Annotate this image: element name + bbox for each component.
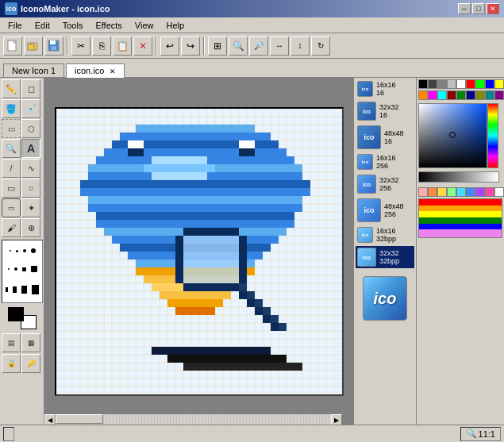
brush-size-5[interactable]	[8, 268, 10, 270]
menu-help[interactable]: Help	[161, 20, 189, 31]
color-gradient-container[interactable]	[418, 103, 486, 167]
brush-size-9[interactable]	[6, 287, 8, 292]
color-purple[interactable]	[494, 90, 504, 100]
hue-bar[interactable]	[487, 103, 498, 168]
new-button[interactable]	[3, 37, 22, 56]
brush-size-6[interactable]	[14, 267, 17, 271]
color-dgray[interactable]	[428, 79, 437, 89]
pixel-canvas[interactable]	[55, 107, 344, 396]
magnify-tool[interactable]: 🔍	[2, 139, 21, 158]
size-row-4[interactable]: ico 32x32256	[356, 173, 414, 195]
swatch-2[interactable]	[428, 187, 437, 197]
tab-new-icon[interactable]: New Icon 1	[3, 63, 64, 77]
eraser-tool[interactable]: ◻	[21, 79, 40, 98]
brush-size-8[interactable]	[31, 266, 37, 272]
line-tool[interactable]: /	[2, 159, 21, 178]
swatch-9[interactable]	[494, 187, 504, 197]
foreground-color-box[interactable]	[8, 307, 24, 321]
unlock-tool[interactable]: 🔑	[21, 354, 40, 373]
swatch-7[interactable]	[475, 187, 485, 197]
airbrush-tool[interactable]: ✦	[21, 198, 40, 217]
color-dgreen[interactable]	[456, 90, 466, 100]
rotate-button[interactable]: ↻	[311, 37, 330, 56]
pencil-tool[interactable]: ✏️	[2, 79, 21, 98]
gradient-tool[interactable]: ▤	[2, 333, 21, 352]
tab-close-icon[interactable]: ✕	[110, 67, 116, 75]
color-black[interactable]	[418, 79, 428, 89]
lock-tool[interactable]: 🔒	[2, 354, 21, 373]
swatch-6[interactable]	[466, 187, 475, 197]
flip-h-button[interactable]: ↔	[270, 37, 289, 56]
rect-tool[interactable]: ▭	[2, 179, 21, 198]
color-blue[interactable]	[485, 79, 494, 89]
brush-size-4[interactable]	[31, 248, 36, 253]
fill-tool[interactable]: 🪣	[2, 99, 21, 118]
size-row-7[interactable]: ico 32x3232bpp	[356, 246, 414, 268]
menu-view[interactable]: View	[130, 20, 159, 31]
brush-tool[interactable]: 🖌	[2, 218, 21, 237]
swatch-4[interactable]	[447, 187, 456, 197]
h-scroll-track[interactable]	[56, 414, 331, 425]
copy-button[interactable]: ⎘	[92, 37, 111, 56]
tab-icon-ico[interactable]: icon.ico ✕	[66, 63, 125, 78]
zoom-in-button[interactable]: 🔍	[229, 37, 248, 56]
size-row-0[interactable]: ico 16x1616	[356, 79, 414, 98]
swatch-3[interactable]	[437, 187, 447, 197]
color-dred[interactable]	[447, 90, 456, 100]
select-free-tool[interactable]: ⬡	[21, 119, 40, 138]
zoom-out-button[interactable]: 🔎	[249, 37, 268, 56]
menu-file[interactable]: File	[3, 20, 27, 31]
swatch-5[interactable]	[456, 187, 466, 197]
color-orange[interactable]	[418, 90, 428, 100]
color-yellow[interactable]	[494, 79, 504, 89]
color-cyan[interactable]	[437, 90, 447, 100]
color-magenta[interactable]	[428, 90, 437, 100]
size-row-3[interactable]: ico 16x16256	[356, 152, 414, 171]
brush-size-11[interactable]	[21, 286, 27, 294]
color-gray[interactable]	[437, 79, 447, 89]
undo-button[interactable]: ↩	[160, 37, 179, 56]
color-dblue[interactable]	[466, 90, 475, 100]
eyedropper-tool[interactable]: 💉	[21, 99, 40, 118]
ellipse-tool[interactable]: ○	[21, 179, 40, 198]
maximize-button[interactable]: □	[472, 3, 485, 14]
cut-button[interactable]: ✂	[71, 37, 90, 56]
color-olive[interactable]	[475, 90, 485, 100]
color-lines-bar[interactable]	[418, 198, 502, 238]
rounded-rect-tool[interactable]: ▭	[2, 198, 21, 217]
color-teal[interactable]	[485, 90, 494, 100]
horizontal-scrollbar[interactable]: ◀ ▶	[44, 413, 342, 425]
h-scroll-thumb[interactable]	[56, 414, 103, 424]
canvas-container[interactable]: ◀ ▶	[44, 78, 353, 425]
color-picker-canvas[interactable]	[418, 103, 487, 168]
pattern-tool[interactable]: ▦	[21, 333, 40, 352]
color-white[interactable]	[456, 79, 466, 89]
brush-size-2[interactable]	[16, 250, 18, 252]
grayscale-bar[interactable]	[418, 171, 499, 183]
color-green[interactable]	[475, 79, 485, 89]
size-row-1[interactable]: ico 32x3216	[356, 100, 414, 122]
text-tool[interactable]: A	[21, 139, 40, 158]
color-lgray[interactable]	[447, 79, 456, 89]
brush-size-1[interactable]	[10, 250, 11, 252]
curve-tool[interactable]: ∿	[21, 159, 40, 178]
brush-size-10[interactable]	[13, 286, 17, 293]
color-red[interactable]	[466, 79, 475, 89]
brush-size-3[interactable]	[23, 249, 26, 252]
select-rect-tool[interactable]: ▭	[2, 119, 21, 138]
swatch-8[interactable]	[485, 187, 494, 197]
open-button[interactable]	[24, 37, 43, 56]
save-button[interactable]	[44, 37, 63, 56]
menu-effects[interactable]: Effects	[90, 20, 126, 31]
redo-button[interactable]: ↪	[181, 37, 200, 56]
close-button[interactable]: ✕	[487, 3, 499, 14]
paste-button[interactable]: 📋	[113, 37, 132, 56]
menu-tools[interactable]: Tools	[58, 20, 88, 31]
scroll-right-button[interactable]: ▶	[331, 414, 342, 425]
menu-edit[interactable]: Edit	[30, 20, 55, 31]
brush-size-12[interactable]	[32, 285, 39, 294]
size-row-6[interactable]: ico 16x1632bpp	[356, 225, 414, 244]
swatch-1[interactable]	[418, 187, 428, 197]
delete-button[interactable]: ✕	[133, 37, 152, 56]
size-row-2[interactable]: ico 48x4816	[356, 124, 414, 151]
